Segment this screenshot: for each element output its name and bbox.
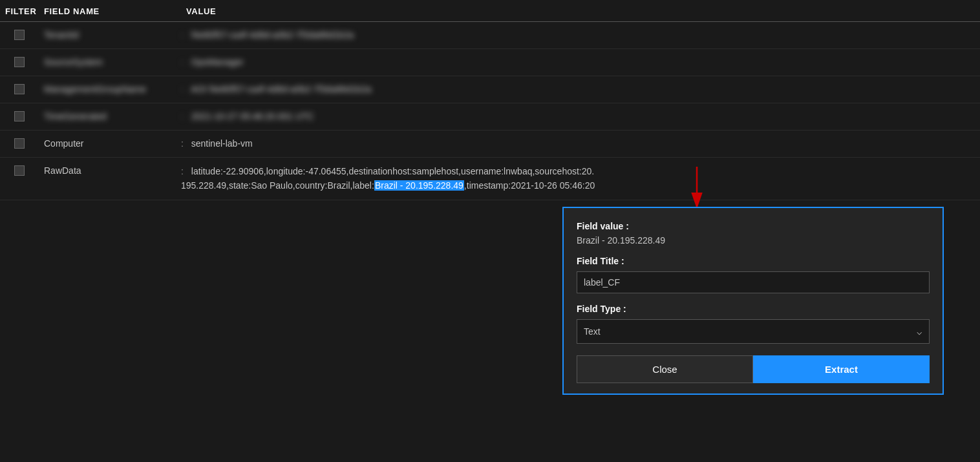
separator: : [181, 57, 184, 67]
filter-checkbox[interactable] [14, 111, 25, 121]
field-name: TenantId [39, 28, 181, 40]
table-row: SourceSystem : OpsManager [0, 49, 980, 76]
filter-cell [0, 83, 39, 94]
header-value: VALUE [181, 6, 980, 16]
separator: : [181, 30, 184, 40]
filter-checkbox[interactable] [14, 30, 25, 40]
popup-action-buttons: Close Extract [577, 355, 930, 383]
popup-field-title-label: Field Title : [577, 256, 930, 266]
field-value: : OpsManager [181, 56, 980, 69]
extract-button[interactable]: Extract [753, 355, 930, 383]
filter-cell [0, 110, 39, 121]
field-value-rawdata: : latitude:-22.90906,longitude:-47.06455… [181, 164, 980, 193]
filter-cell [0, 137, 39, 149]
field-value: : AOI f4e80f57-ca4f-4d8d-a0b2-7f3da86d1b… [181, 83, 980, 96]
table-row-rawdata: RawData : latitude:-22.90906,longitude:-… [0, 158, 980, 200]
header-field-name: FIELD NAME [39, 6, 181, 16]
separator: : [181, 84, 184, 94]
separator: : [181, 138, 184, 149]
separator: : [181, 166, 184, 176]
main-table: FILTER FIELD NAME VALUE TenantId : f4e80… [0, 0, 980, 200]
field-name: SourceSystem [39, 56, 181, 67]
computer-value: sentinel-lab-vm [191, 138, 253, 149]
field-value-computer: : sentinel-lab-vm [181, 137, 980, 151]
popup-field-value-text: Brazil - 20.195.228.49 [577, 235, 930, 246]
filter-cell [0, 56, 39, 67]
field-name-computer: Computer [39, 137, 181, 149]
rawdata-highlight: Brazil - 20.195.228.49 [374, 180, 464, 191]
filter-checkbox[interactable] [14, 84, 25, 94]
field-value: : f4e80f57-ca4f-4d8d-a0b2-7f3da86d1b2a [181, 28, 980, 42]
separator: : [181, 111, 184, 121]
header-filter: FILTER [0, 6, 39, 16]
table-row: Computer : sentinel-lab-vm [0, 131, 980, 158]
field-extraction-popup: Field value : Brazil - 20.195.228.49 Fie… [562, 207, 944, 395]
table-row: TimeGenerated : 2021-10-27 05:46:20.001 … [0, 103, 980, 131]
table-header: FILTER FIELD NAME VALUE [0, 0, 980, 22]
filter-cell [0, 28, 39, 40]
filter-checkbox[interactable] [14, 138, 25, 149]
popup-field-type-label: Field Type : [577, 304, 930, 314]
field-type-select[interactable]: Text Number IP Date/Time [577, 319, 930, 344]
popup-field-value-label: Field value : [577, 221, 930, 231]
field-name: ManagementGroupName [39, 83, 181, 94]
rawdata-after-highlight: ,timestamp:2021-10-26 05:46:20 [464, 180, 595, 191]
close-button[interactable]: Close [577, 355, 753, 383]
field-title-input[interactable] [577, 271, 930, 293]
field-type-selector-wrapper: Text Number IP Date/Time ⌵ [577, 319, 930, 344]
filter-cell [0, 164, 39, 176]
field-name: TimeGenerated [39, 110, 181, 121]
table-row: ManagementGroupName : AOI f4e80f57-ca4f-… [0, 76, 980, 103]
filter-checkbox[interactable] [14, 165, 25, 176]
field-name-rawdata: RawData [39, 164, 181, 176]
filter-checkbox[interactable] [14, 57, 25, 67]
table-row: TenantId : f4e80f57-ca4f-4d8d-a0b2-7f3da… [0, 22, 980, 49]
field-value: : 2021-10-27 05:46:20.001 UTC [181, 110, 980, 123]
